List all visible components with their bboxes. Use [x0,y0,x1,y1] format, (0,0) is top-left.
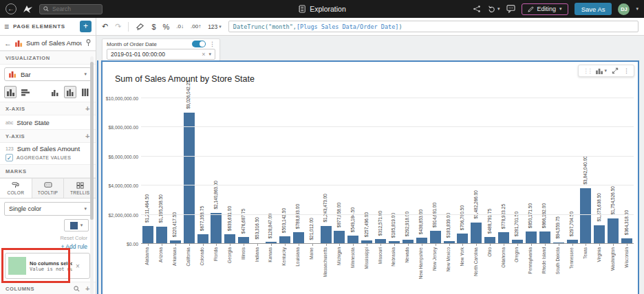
columns-section-header: COLUMNS + [0,282,96,294]
bar[interactable] [594,225,605,244]
aggregate-checkbox[interactable]: ✓ [6,154,13,161]
global-search[interactable] [39,4,103,14]
vertical-bar-icon[interactable] [4,86,17,98]
y-tick-label: $2,000,000.00 [104,213,138,218]
bar-value-label: $778,923.25 [501,204,506,229]
viz-type-dropdown[interactable]: Bar ▾ [4,67,92,81]
x-category-label: Nevada [405,247,409,262]
close-icon[interactable]: × [76,262,80,270]
x-tick [203,244,204,246]
bar[interactable] [457,234,468,244]
chart-kebab-icon[interactable]: ⋮ [623,67,630,74]
x-tick [148,244,149,246]
color-rule-card[interactable]: No columns selec... Value is not nu... × [5,253,90,279]
decrease-decimal-icon[interactable]: .0↓ [176,23,184,30]
sidebar-scrollbar[interactable] [90,56,94,294]
avatar[interactable]: DJ [618,3,630,15]
x-axis-field[interactable]: abc Store State [0,115,96,129]
chart-type-icon[interactable]: ▾ [596,68,607,74]
bar[interactable] [184,113,195,244]
format-paint-icon[interactable] [136,23,144,31]
bar[interactable] [471,223,482,244]
bar[interactable] [156,227,167,244]
bar[interactable] [580,188,591,244]
bar[interactable] [211,213,222,244]
bar[interactable] [526,231,537,244]
reset-color-link[interactable]: Reset Color [0,233,96,241]
bar[interactable] [539,231,550,244]
filter-value-dropdown[interactable]: 2019-01-01 00:00:00 × ▾ [107,49,215,60]
refresh-icon[interactable]: ▾ [487,5,500,13]
formula-bar[interactable]: DateTrunc("month", [Plugs Sales Data/Ord… [228,21,638,32]
comment-icon[interactable] [506,5,515,13]
app-window: ← Exploration ▾ [0,0,644,294]
refresh-caret-icon: ▾ [497,6,500,12]
editing-mode-button[interactable]: Editing ▾ [522,3,568,15]
bar[interactable] [608,218,619,244]
selection-handle[interactable] [97,60,98,294]
y-axis-field[interactable]: 123 Sum of Sales Amount [0,143,96,154]
tab-tooltip[interactable]: TOOLTIP [32,179,65,198]
drag-handle-icon[interactable]: ⋮⋮ [583,68,591,74]
y-tick-label: $10,000,000.00 [104,96,138,101]
bar[interactable] [321,226,332,244]
bar[interactable] [430,231,441,244]
element-config-panel: ← Sum of Sales Amou... VISUALIZATION Bar… [0,36,96,294]
bar-slot: $1,482,266.00North Carolina [469,98,483,244]
currency-format-icon[interactable]: $ [151,23,155,31]
bar[interactable] [334,231,345,244]
bar[interactable] [498,232,509,244]
menu-icon[interactable]: ≡ [4,22,9,32]
tab-color[interactable]: COLOR [0,179,32,198]
chart-title: Sum of Sales Amount by Store State [115,74,255,84]
x-tick [531,244,532,246]
horizontal-bar-icon[interactable] [19,86,32,98]
undo-icon[interactable]: ↶ [102,22,108,31]
sigma-logo[interactable] [23,4,33,14]
bar-slot: $1,243,473.00Massachusetts [319,98,333,244]
filter-toggle[interactable] [192,41,206,47]
clear-filter-icon[interactable]: × [202,51,205,58]
x-category-label: Oregon [514,247,519,262]
x-category-label: Oklahoma [501,247,506,268]
toolbar-divider [128,22,129,32]
share-icon[interactable] [473,5,481,13]
filter-kebab-icon[interactable]: ⋮ [209,41,215,47]
x-category-label: Rhode Island [541,247,546,273]
x-tick [613,244,614,246]
bar[interactable] [293,232,304,244]
plot-area: $1,211,464.50Alabama$1,195,208.50Arizona… [141,98,634,244]
add-y-axis-icon[interactable]: + [85,132,90,140]
bar-slot: $1,275,638.50Virginia [592,98,606,244]
chart-element[interactable]: ⋮⋮ ▾ ⋮ Sum of Sales Amount by Store Stat… [101,60,639,294]
bar[interactable] [142,226,153,244]
bar-slot: $476,687.75Illinois [237,98,250,244]
back-arrow-icon[interactable]: ← [4,39,12,47]
number-format-dropdown[interactable]: 123▾ [208,23,222,30]
viz-caret-icon: ▾ [84,71,87,77]
save-as-button[interactable]: Save As [575,3,612,15]
bar-value-label: $281,701.50 [514,212,519,236]
x-tick [504,244,504,246]
bar[interactable] [197,234,208,244]
pin-icon[interactable] [85,39,92,47]
search-input[interactable] [52,5,100,12]
back-circle-button[interactable]: ← [6,3,17,14]
column-search-icon[interactable] [74,286,80,292]
add-rule-link[interactable]: + Add rule [0,241,96,251]
bar[interactable] [224,234,235,244]
redo-icon[interactable]: ↷ [115,22,121,31]
add-column-icon[interactable]: + [85,284,90,293]
bar-value-label: $297,704.50 [569,212,574,236]
add-element-button[interactable]: + [80,21,92,32]
color-swatch-dropdown[interactable]: ▾ [64,219,89,231]
avatar-caret-icon[interactable]: ▾ [636,6,638,12]
grouped-bar-icon[interactable] [49,86,61,98]
stacked-bar-icon[interactable] [64,86,76,98]
increase-decimal-icon[interactable]: .00↑ [191,23,201,30]
color-mode-dropdown[interactable]: Single color ▾ [4,202,92,216]
marks-section-header: MARKS [0,164,96,178]
maximize-icon[interactable] [612,67,619,74]
add-x-axis-icon[interactable]: + [85,104,90,113]
percent-format-icon[interactable]: % [163,23,170,31]
